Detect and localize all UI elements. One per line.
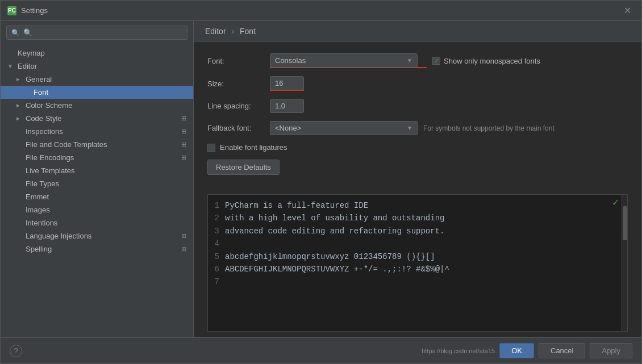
sidebar-item-code-style[interactable]: ►Code Style⊞ [1, 112, 193, 125]
sidebar-item-label: File Types [26, 179, 59, 188]
bottom-bar: ? https://blog.csdn.net/ata15 OK Cancel … [1, 337, 641, 363]
size-row: Size: [207, 76, 628, 91]
sidebar-item-label: Language Injections [26, 232, 91, 240]
line-number: 4 [208, 237, 225, 250]
search-input[interactable] [23, 28, 182, 37]
arrow-icon: ► [15, 102, 22, 108]
settings-window: PC Settings ✕ 🔍 Keymap▼Editor►GeneralFon… [0, 0, 642, 364]
content-area: 🔍 Keymap▼Editor►GeneralFont►Color Scheme… [1, 21, 641, 337]
page-icon: ⊞ [181, 154, 186, 161]
sidebar-item-label: Inspections [26, 127, 63, 136]
line-text: advanced code editing and refactoring su… [225, 225, 444, 237]
font-select[interactable]: Consolas ▼ [270, 53, 418, 68]
sidebar-item-label: Editor [18, 62, 37, 70]
sidebar: 🔍 Keymap▼Editor►GeneralFont►Color Scheme… [1, 21, 194, 337]
line-number: 5 [208, 250, 225, 263]
preview-area: 1PyCharm is a full-featured IDE2with a h… [207, 194, 628, 332]
sidebar-item-file-code-templates[interactable]: File and Code Templates⊞ [1, 138, 193, 151]
sidebar-item-label: File Encodings [26, 153, 74, 162]
preview-line: 2with a high level of usability and outs… [208, 212, 622, 224]
sidebar-item-language-injections[interactable]: Language Injections⊞ [1, 229, 193, 242]
sidebar-item-label: Intentions [26, 219, 57, 227]
fallback-hint: For symbols not supported by the main fo… [423, 124, 555, 132]
arrow-icon: ► [15, 76, 22, 82]
line-text: with a high level of usability and outst… [225, 212, 444, 224]
fallback-dropdown-arrow: ▼ [407, 125, 412, 131]
arrow-icon: ► [15, 115, 22, 122]
sidebar-item-label: Spelling [26, 245, 52, 253]
sidebar-item-editor[interactable]: ▼Editor [1, 60, 193, 73]
line-number: 2 [208, 212, 225, 224]
line-text: abcdefghijklmnopqrstuvwxyz 0123456789 ()… [225, 250, 435, 263]
sidebar-item-emmet[interactable]: Emmet [1, 190, 193, 203]
monospaced-checkbox[interactable] [432, 57, 440, 65]
font-label: Font: [207, 57, 264, 65]
fallback-select[interactable]: <None> ▼ [270, 121, 418, 135]
sidebar-item-label: File and Code Templates [26, 140, 107, 149]
monospaced-checkbox-container: Show only monospaced fonts [432, 57, 540, 65]
ligatures-checkbox[interactable] [207, 144, 215, 152]
help-button[interactable]: ? [10, 345, 22, 357]
fallback-label: Fallback font: [207, 124, 264, 132]
form-area: Font: Consolas ▼ Show only monospaced fo… [194, 42, 641, 194]
sidebar-item-label: Live Templates [26, 166, 74, 175]
sidebar-item-intentions[interactable]: Intentions [1, 216, 193, 229]
preview-content: 1PyCharm is a full-featured IDE2with a h… [208, 195, 622, 331]
sidebar-item-file-types[interactable]: File Types [1, 177, 193, 190]
breadcrumb: Editor › Font [194, 21, 641, 42]
sidebar-item-images[interactable]: Images [1, 203, 193, 216]
preview-line: 5abcdefghijklmnopqrstuvwxyz 0123456789 (… [208, 250, 622, 263]
monospaced-label: Show only monospaced fonts [444, 57, 540, 65]
breadcrumb-separator: › [231, 27, 234, 36]
fallback-value: <None> [275, 124, 301, 132]
sidebar-item-label: Images [26, 206, 50, 214]
sidebar-item-keymap[interactable]: Keymap [1, 47, 193, 60]
sidebar-item-label: Color Scheme [26, 101, 72, 110]
line-spacing-row: Line spacing: [207, 99, 628, 113]
breadcrumb-parent: Editor [205, 27, 226, 36]
line-text: ABCDEFGHIJKLMNOPQRSTUVWXYZ +-*/= .,;:!? … [225, 263, 449, 275]
preview-ok-icon: ✓ [612, 197, 619, 208]
sidebar-item-file-encodings[interactable]: File Encodings⊞ [1, 151, 193, 164]
page-icon: ⊞ [181, 115, 186, 122]
line-number: 6 [208, 263, 225, 275]
sidebar-item-font[interactable]: Font [1, 86, 193, 99]
preview-line: 7 [208, 275, 622, 288]
ligatures-label: Enable font ligatures [220, 143, 287, 152]
preview-line: 3advanced code editing and refactoring s… [208, 225, 622, 237]
close-button[interactable]: ✕ [620, 4, 635, 17]
url-hint: https://blog.csdn.net/ata15 [422, 348, 495, 354]
size-input[interactable] [270, 76, 304, 90]
preview-line: 6ABCDEFGHIJKLMNOPQRSTUVWXYZ +-*/= .,;:!?… [208, 263, 622, 275]
line-spacing-input[interactable] [270, 99, 304, 113]
size-underline [270, 90, 304, 91]
sidebar-item-live-templates[interactable]: Live Templates [1, 164, 193, 177]
preview-line: 1PyCharm is a full-featured IDE [208, 199, 622, 212]
line-number: 3 [208, 225, 225, 237]
preview-scrollbar[interactable] [622, 195, 627, 331]
page-icon: ⊞ [181, 245, 186, 253]
sidebar-item-color-scheme[interactable]: ►Color Scheme [1, 99, 193, 112]
apply-button[interactable]: Apply [590, 343, 632, 358]
sidebar-item-label: Code Style [26, 114, 62, 123]
restore-defaults-button[interactable]: Restore Defaults [207, 160, 280, 175]
sidebar-item-spelling[interactable]: Spelling⊞ [1, 242, 193, 256]
cancel-button[interactable]: Cancel [539, 343, 585, 358]
page-icon: ⊞ [181, 128, 186, 135]
arrow-icon: ▼ [7, 63, 14, 69]
font-value: Consolas [275, 56, 306, 65]
font-row: Font: Consolas ▼ Show only monospaced fo… [207, 53, 628, 68]
search-box[interactable]: 🔍 [6, 26, 187, 40]
main-content: Editor › Font Font: Consolas ▼ [194, 21, 641, 337]
sidebar-item-label: Font [34, 88, 48, 97]
sidebar-item-general[interactable]: ►General [1, 73, 193, 86]
window-title: Settings [21, 6, 620, 15]
size-label: Size: [207, 80, 264, 88]
page-icon: ⊞ [181, 232, 186, 240]
titlebar: PC Settings ✕ [1, 1, 641, 21]
line-number: 1 [208, 199, 225, 212]
breadcrumb-current: Font [240, 27, 256, 36]
ligatures-row: Enable font ligatures [207, 143, 628, 152]
ok-button[interactable]: OK [499, 343, 534, 358]
sidebar-item-inspections[interactable]: Inspections⊞ [1, 125, 193, 138]
